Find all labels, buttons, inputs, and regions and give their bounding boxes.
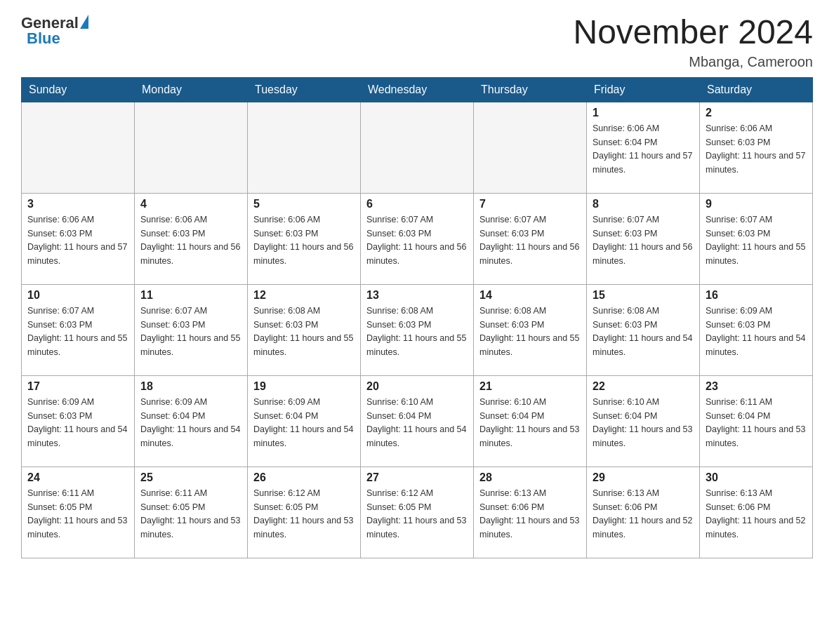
day-number: 2 xyxy=(706,107,807,119)
day-number: 15 xyxy=(593,289,694,302)
day-number: 13 xyxy=(366,289,468,302)
day-sun-info: Sunrise: 6:11 AMSunset: 6:05 PMDaylight:… xyxy=(27,488,127,539)
calendar-day-cell xyxy=(474,102,587,193)
day-sun-info: Sunrise: 6:13 AMSunset: 6:06 PMDaylight:… xyxy=(593,488,692,539)
day-sun-info: Sunrise: 6:07 AMSunset: 6:03 PMDaylight:… xyxy=(140,306,240,357)
day-sun-info: Sunrise: 6:06 AMSunset: 6:03 PMDaylight:… xyxy=(706,123,805,175)
calendar-day-cell: 17Sunrise: 6:09 AMSunset: 6:03 PMDayligh… xyxy=(22,375,135,467)
day-number: 18 xyxy=(140,380,241,393)
day-number: 8 xyxy=(593,198,694,210)
calendar-day-cell: 27Sunrise: 6:12 AMSunset: 6:05 PMDayligh… xyxy=(361,467,474,558)
weekday-header-saturday: Saturday xyxy=(700,77,813,102)
title-group: November 2024 Mbanga, Cameroon xyxy=(573,14,813,70)
day-number: 12 xyxy=(253,289,355,302)
calendar-day-cell xyxy=(22,102,135,193)
day-number: 24 xyxy=(27,471,128,484)
calendar-header-row: SundayMondayTuesdayWednesdayThursdayFrid… xyxy=(22,77,813,102)
day-sun-info: Sunrise: 6:06 AMSunset: 6:04 PMDaylight:… xyxy=(593,123,692,175)
calendar-day-cell: 23Sunrise: 6:11 AMSunset: 6:04 PMDayligh… xyxy=(700,375,813,467)
calendar-day-cell: 15Sunrise: 6:08 AMSunset: 6:03 PMDayligh… xyxy=(587,284,700,375)
logo: General Blue xyxy=(21,14,88,48)
day-sun-info: Sunrise: 6:10 AMSunset: 6:04 PMDaylight:… xyxy=(479,397,579,448)
location-subtitle: Mbanga, Cameroon xyxy=(573,54,813,70)
day-sun-info: Sunrise: 6:13 AMSunset: 6:06 PMDaylight:… xyxy=(479,488,579,539)
day-sun-info: Sunrise: 6:11 AMSunset: 6:04 PMDaylight:… xyxy=(706,397,805,448)
calendar-week-row: 10Sunrise: 6:07 AMSunset: 6:03 PMDayligh… xyxy=(22,284,813,375)
calendar-week-row: 17Sunrise: 6:09 AMSunset: 6:03 PMDayligh… xyxy=(22,375,813,467)
calendar-week-row: 1Sunrise: 6:06 AMSunset: 6:04 PMDaylight… xyxy=(22,102,813,193)
day-sun-info: Sunrise: 6:06 AMSunset: 6:03 PMDaylight:… xyxy=(27,215,127,266)
calendar-day-cell: 29Sunrise: 6:13 AMSunset: 6:06 PMDayligh… xyxy=(587,467,700,558)
calendar-day-cell: 24Sunrise: 6:11 AMSunset: 6:05 PMDayligh… xyxy=(22,467,135,558)
day-sun-info: Sunrise: 6:13 AMSunset: 6:06 PMDaylight:… xyxy=(706,488,805,539)
day-sun-info: Sunrise: 6:08 AMSunset: 6:03 PMDaylight:… xyxy=(253,306,353,357)
calendar-day-cell xyxy=(248,102,361,193)
calendar-day-cell: 11Sunrise: 6:07 AMSunset: 6:03 PMDayligh… xyxy=(135,284,248,375)
day-number: 6 xyxy=(366,198,468,210)
day-number: 26 xyxy=(253,471,355,484)
day-number: 16 xyxy=(706,289,807,302)
day-sun-info: Sunrise: 6:07 AMSunset: 6:03 PMDaylight:… xyxy=(593,215,692,266)
calendar-day-cell: 8Sunrise: 6:07 AMSunset: 6:03 PMDaylight… xyxy=(587,193,700,284)
day-sun-info: Sunrise: 6:07 AMSunset: 6:03 PMDaylight:… xyxy=(706,215,805,266)
calendar-day-cell: 1Sunrise: 6:06 AMSunset: 6:04 PMDaylight… xyxy=(587,102,700,193)
calendar-day-cell: 2Sunrise: 6:06 AMSunset: 6:03 PMDaylight… xyxy=(700,102,813,193)
day-number: 28 xyxy=(479,471,581,484)
calendar-day-cell xyxy=(135,102,248,193)
calendar-day-cell: 19Sunrise: 6:09 AMSunset: 6:04 PMDayligh… xyxy=(248,375,361,467)
day-number: 20 xyxy=(366,380,468,393)
day-sun-info: Sunrise: 6:09 AMSunset: 6:03 PMDaylight:… xyxy=(27,397,127,448)
calendar-day-cell: 4Sunrise: 6:06 AMSunset: 6:03 PMDaylight… xyxy=(135,193,248,284)
day-number: 21 xyxy=(479,380,581,393)
weekday-header-tuesday: Tuesday xyxy=(248,77,361,102)
weekday-header-thursday: Thursday xyxy=(474,77,587,102)
day-sun-info: Sunrise: 6:08 AMSunset: 6:03 PMDaylight:… xyxy=(479,306,579,357)
calendar-day-cell: 7Sunrise: 6:07 AMSunset: 6:03 PMDaylight… xyxy=(474,193,587,284)
weekday-header-monday: Monday xyxy=(135,77,248,102)
day-number: 9 xyxy=(706,198,807,210)
day-sun-info: Sunrise: 6:09 AMSunset: 6:04 PMDaylight:… xyxy=(140,397,240,448)
day-number: 22 xyxy=(593,380,694,393)
day-sun-info: Sunrise: 6:10 AMSunset: 6:04 PMDaylight:… xyxy=(366,397,466,448)
calendar-day-cell: 6Sunrise: 6:07 AMSunset: 6:03 PMDaylight… xyxy=(361,193,474,284)
day-number: 7 xyxy=(479,198,581,210)
calendar-day-cell: 10Sunrise: 6:07 AMSunset: 6:03 PMDayligh… xyxy=(22,284,135,375)
day-number: 14 xyxy=(479,289,581,302)
day-number: 11 xyxy=(140,289,241,302)
page-header: General Blue November 2024 Mbanga, Camer… xyxy=(21,14,813,70)
day-number: 23 xyxy=(706,380,807,393)
calendar-day-cell: 16Sunrise: 6:09 AMSunset: 6:03 PMDayligh… xyxy=(700,284,813,375)
day-number: 3 xyxy=(27,198,128,210)
day-sun-info: Sunrise: 6:06 AMSunset: 6:03 PMDaylight:… xyxy=(253,215,353,266)
calendar-day-cell xyxy=(361,102,474,193)
month-title: November 2024 xyxy=(573,14,813,51)
day-number: 1 xyxy=(593,107,694,119)
calendar-day-cell: 22Sunrise: 6:10 AMSunset: 6:04 PMDayligh… xyxy=(587,375,700,467)
day-sun-info: Sunrise: 6:09 AMSunset: 6:03 PMDaylight:… xyxy=(706,306,805,357)
calendar-day-cell: 26Sunrise: 6:12 AMSunset: 6:05 PMDayligh… xyxy=(248,467,361,558)
day-number: 25 xyxy=(140,471,241,484)
calendar-week-row: 24Sunrise: 6:11 AMSunset: 6:05 PMDayligh… xyxy=(22,467,813,558)
calendar-day-cell: 30Sunrise: 6:13 AMSunset: 6:06 PMDayligh… xyxy=(700,467,813,558)
day-sun-info: Sunrise: 6:07 AMSunset: 6:03 PMDaylight:… xyxy=(366,215,466,266)
day-number: 4 xyxy=(140,198,241,210)
weekday-header-sunday: Sunday xyxy=(22,77,135,102)
logo-blue-text: Blue xyxy=(27,29,60,48)
calendar-day-cell: 14Sunrise: 6:08 AMSunset: 6:03 PMDayligh… xyxy=(474,284,587,375)
day-sun-info: Sunrise: 6:08 AMSunset: 6:03 PMDaylight:… xyxy=(366,306,466,357)
calendar-day-cell: 25Sunrise: 6:11 AMSunset: 6:05 PMDayligh… xyxy=(135,467,248,558)
day-number: 30 xyxy=(706,471,807,484)
weekday-header-wednesday: Wednesday xyxy=(361,77,474,102)
calendar-day-cell: 18Sunrise: 6:09 AMSunset: 6:04 PMDayligh… xyxy=(135,375,248,467)
calendar-day-cell: 3Sunrise: 6:06 AMSunset: 6:03 PMDaylight… xyxy=(22,193,135,284)
day-sun-info: Sunrise: 6:12 AMSunset: 6:05 PMDaylight:… xyxy=(253,488,353,539)
day-number: 19 xyxy=(253,380,355,393)
calendar-week-row: 3Sunrise: 6:06 AMSunset: 6:03 PMDaylight… xyxy=(22,193,813,284)
day-sun-info: Sunrise: 6:12 AMSunset: 6:05 PMDaylight:… xyxy=(366,488,466,539)
calendar-day-cell: 28Sunrise: 6:13 AMSunset: 6:06 PMDayligh… xyxy=(474,467,587,558)
logo-triangle-icon xyxy=(80,15,88,29)
calendar-day-cell: 12Sunrise: 6:08 AMSunset: 6:03 PMDayligh… xyxy=(248,284,361,375)
day-number: 5 xyxy=(253,198,355,210)
calendar-day-cell: 13Sunrise: 6:08 AMSunset: 6:03 PMDayligh… xyxy=(361,284,474,375)
calendar-day-cell: 20Sunrise: 6:10 AMSunset: 6:04 PMDayligh… xyxy=(361,375,474,467)
